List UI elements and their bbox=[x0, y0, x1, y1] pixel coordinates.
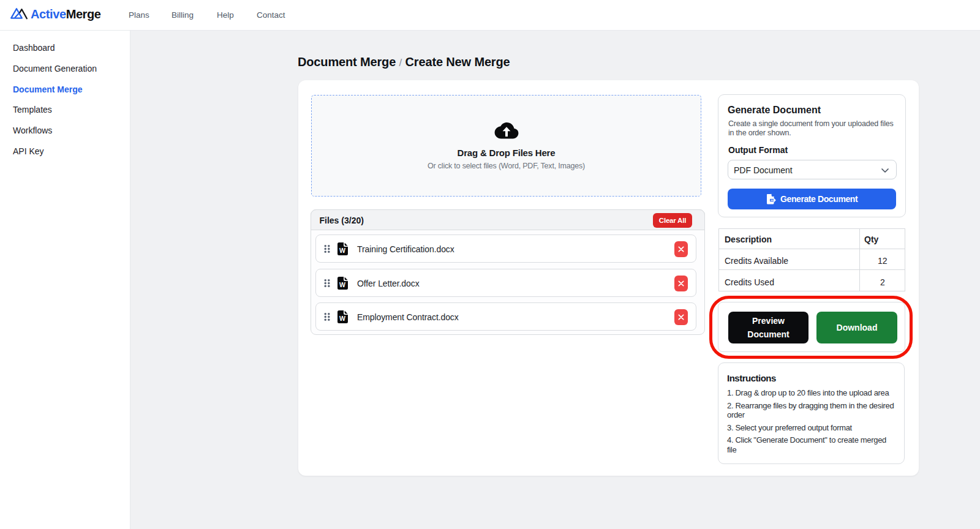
svg-text:W: W bbox=[339, 315, 345, 322]
svg-text:W: W bbox=[339, 281, 345, 288]
svg-text:W: W bbox=[339, 247, 345, 254]
